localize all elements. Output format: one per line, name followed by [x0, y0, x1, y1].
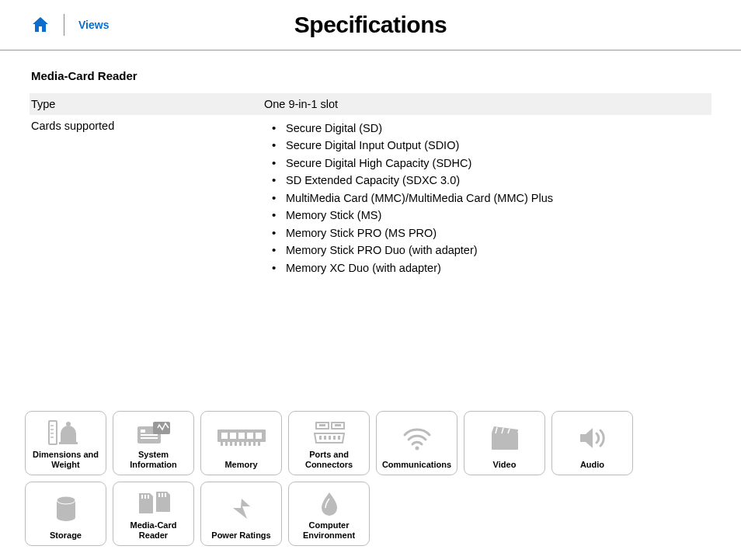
tile-storage[interactable]: Storage: [25, 482, 106, 546]
nav-tiles: Dimensions and Weight System Information: [25, 411, 716, 546]
tile-label: Media-Card Reader: [130, 520, 177, 541]
svg-rect-23: [244, 442, 246, 446]
list-item: Memory Stick (MS): [264, 207, 708, 224]
storage-icon: [29, 487, 103, 530]
svg-rect-14: [230, 433, 236, 439]
svg-rect-46: [158, 493, 160, 497]
tile-label: Ports and Connectors: [305, 450, 353, 470]
cards-list: Secure Digital (SD) Secure Digital Input…: [264, 120, 708, 277]
video-icon: [468, 416, 541, 460]
tile-label: Storage: [50, 530, 82, 541]
svg-rect-45: [148, 495, 149, 499]
tile-label: Communications: [382, 460, 451, 470]
spec-row-cards: Cards supported Secure Digital (SD) Secu…: [30, 115, 711, 281]
tile-video[interactable]: Video: [464, 411, 545, 475]
list-item: Memory XC Duo (with adapter): [264, 259, 708, 277]
tile-audio[interactable]: Audio: [551, 411, 633, 475]
svg-rect-30: [335, 424, 341, 426]
list-item: Secure Digital Input Output (SDIO): [264, 137, 708, 154]
power-icon: [204, 487, 278, 530]
memory-icon: [204, 416, 278, 460]
tile-label: Video: [493, 460, 517, 470]
page-title: Specifications: [0, 12, 741, 38]
svg-rect-44: [144, 495, 146, 499]
svg-rect-20: [230, 442, 232, 446]
svg-rect-22: [239, 442, 242, 446]
list-item: Memory Stick PRO Duo (with adapter): [264, 242, 708, 259]
tile-ports[interactable]: Ports and Connectors: [288, 411, 370, 475]
list-item: Memory Stick PRO (MS PRO): [264, 224, 708, 242]
svg-rect-0: [49, 421, 57, 444]
svg-rect-25: [253, 442, 256, 446]
views-link[interactable]: Views: [64, 19, 109, 31]
svg-rect-37: [492, 433, 518, 450]
svg-rect-34: [333, 436, 336, 440]
svg-rect-16: [247, 433, 253, 439]
svg-point-5: [66, 422, 71, 426]
svg-rect-35: [338, 436, 340, 440]
spec-label: Type: [31, 98, 264, 110]
tile-label: Computer Environment: [303, 520, 355, 541]
dimensions-icon: [29, 416, 103, 450]
svg-rect-6: [59, 442, 78, 444]
content: Media-Card Reader Type One 9-in-1 slot C…: [0, 50, 741, 281]
tile-memory[interactable]: Memory: [200, 411, 282, 475]
list-item: Secure Digital High Capacity (SDHC): [264, 155, 708, 172]
svg-rect-17: [256, 433, 262, 439]
media-card-icon: [117, 487, 190, 520]
svg-rect-18: [221, 442, 223, 446]
header: Views Specifications: [0, 0, 741, 50]
home-icon: [31, 16, 50, 33]
environment-icon: [292, 487, 366, 520]
tile-label: System Information: [130, 450, 177, 470]
svg-point-36: [415, 446, 419, 450]
svg-rect-48: [165, 493, 166, 497]
tile-system-info[interactable]: System Information: [113, 411, 194, 475]
home-link[interactable]: [31, 14, 64, 36]
svg-rect-8: [141, 430, 145, 433]
section-title: Media-Card Reader: [30, 69, 711, 82]
tile-label: Dimensions and Weight: [33, 450, 99, 470]
svg-rect-32: [324, 436, 326, 440]
svg-rect-10: [141, 437, 158, 439]
svg-rect-31: [319, 436, 322, 440]
svg-rect-26: [258, 442, 260, 446]
tile-dimensions[interactable]: Dimensions and Weight: [25, 411, 106, 475]
tile-label: Power Ratings: [211, 530, 270, 541]
tile-label: Memory: [224, 460, 257, 470]
list-item: Secure Digital (SD): [264, 120, 708, 137]
tile-communications[interactable]: Communications: [376, 411, 457, 475]
svg-rect-43: [141, 495, 143, 499]
tile-label: Audio: [580, 460, 604, 470]
svg-rect-47: [162, 493, 163, 497]
spec-label: Cards supported: [31, 120, 264, 277]
svg-rect-24: [249, 442, 251, 446]
svg-rect-33: [329, 436, 331, 440]
svg-rect-28: [319, 424, 325, 426]
svg-rect-15: [238, 433, 245, 439]
list-item: SD Extended Capacity (SDXC 3.0): [264, 172, 708, 189]
wifi-icon: [380, 416, 454, 460]
svg-rect-19: [225, 442, 228, 446]
system-info-icon: [117, 416, 190, 450]
tile-environment[interactable]: Computer Environment: [288, 482, 370, 546]
audio-icon: [555, 416, 629, 460]
ports-icon: [292, 416, 366, 450]
spec-value: One 9-in-1 slot: [264, 98, 708, 110]
svg-rect-9: [141, 434, 158, 436]
spec-row-type: Type One 9-in-1 slot: [30, 93, 711, 115]
tile-power[interactable]: Power Ratings: [200, 482, 282, 546]
tile-media-card[interactable]: Media-Card Reader: [113, 482, 194, 546]
svg-rect-13: [221, 433, 228, 439]
spec-value: Secure Digital (SD) Secure Digital Input…: [264, 120, 708, 277]
svg-rect-21: [235, 442, 237, 446]
list-item: MultiMedia Card (MMC)/MultiMedia Card (M…: [264, 190, 708, 207]
